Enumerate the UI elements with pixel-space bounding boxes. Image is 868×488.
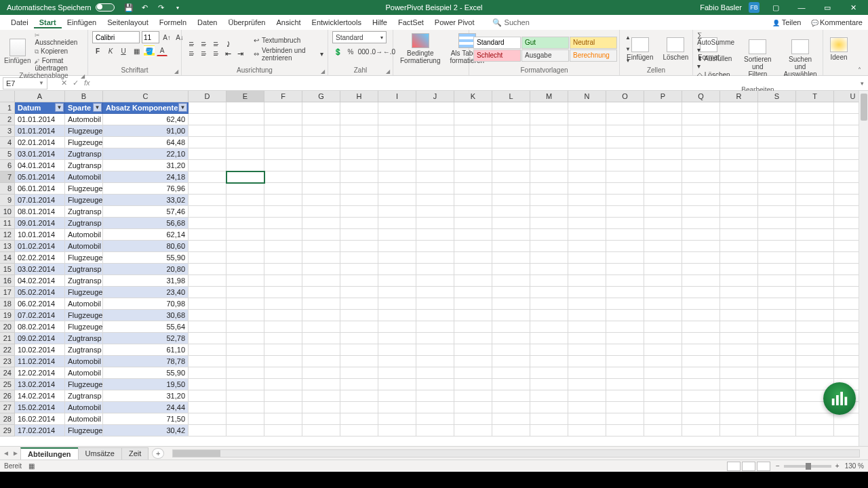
empty-cell[interactable]: [758, 310, 796, 321]
empty-cell[interactable]: [264, 390, 302, 402]
empty-cell[interactable]: [758, 275, 796, 287]
empty-cell[interactable]: [530, 344, 568, 356]
empty-cell[interactable]: [378, 206, 416, 218]
empty-cell[interactable]: [568, 287, 606, 298]
empty-cell[interactable]: [454, 148, 492, 160]
empty-cell[interactable]: [606, 298, 644, 310]
row-header[interactable]: 11: [0, 218, 15, 229]
empty-cell[interactable]: [492, 379, 530, 390]
empty-cell[interactable]: [758, 379, 796, 390]
empty-cell[interactable]: [682, 390, 720, 402]
empty-cell[interactable]: [302, 413, 340, 425]
empty-cell[interactable]: [682, 125, 720, 137]
column-header[interactable]: Q: [682, 91, 720, 102]
empty-cell[interactable]: [189, 310, 226, 321]
empty-cell[interactable]: [416, 218, 454, 229]
empty-cell[interactable]: [530, 310, 568, 321]
empty-cell[interactable]: [796, 206, 834, 218]
empty-cell[interactable]: [644, 333, 682, 344]
table-cell[interactable]: Automobil: [65, 402, 103, 413]
empty-cell[interactable]: [492, 114, 530, 125]
table-cell[interactable]: 15.02.2014: [15, 402, 65, 413]
table-cell[interactable]: Zugtransp: [65, 344, 103, 356]
empty-cell[interactable]: [720, 356, 758, 367]
empty-cell[interactable]: [302, 367, 340, 379]
table-cell[interactable]: Zugtransp: [65, 148, 103, 160]
empty-cell[interactable]: [454, 171, 492, 183]
align-top-icon[interactable]: [186, 39, 197, 49]
empty-cell[interactable]: [264, 160, 302, 171]
table-cell[interactable]: 10.01.2014: [15, 229, 65, 241]
empty-cell[interactable]: [302, 148, 340, 160]
empty-cell[interactable]: [796, 148, 834, 160]
sheet-tab-zeit[interactable]: Zeit: [121, 447, 149, 460]
empty-cell[interactable]: [682, 287, 720, 298]
empty-cell[interactable]: [416, 413, 454, 425]
empty-cell[interactable]: [530, 367, 568, 379]
empty-cell[interactable]: [416, 379, 454, 390]
empty-cell[interactable]: [340, 275, 378, 287]
empty-cell[interactable]: [454, 183, 492, 195]
empty-cell[interactable]: [720, 310, 758, 321]
empty-cell[interactable]: [492, 264, 530, 275]
macro-record-icon[interactable]: ▦: [28, 462, 35, 470]
empty-cell[interactable]: [340, 287, 378, 298]
autosum-button[interactable]: ∑ AutoSumme ▾: [697, 31, 734, 54]
empty-cell[interactable]: [454, 206, 492, 218]
empty-cell[interactable]: [302, 390, 340, 402]
empty-cell[interactable]: [720, 218, 758, 229]
table-cell[interactable]: Flugzeuge: [65, 379, 103, 390]
empty-cell[interactable]: [530, 321, 568, 333]
paste-button[interactable]: Einfügen: [4, 39, 31, 64]
empty-cell[interactable]: [682, 367, 720, 379]
filter-dropdown-icon[interactable]: ▼: [178, 103, 187, 112]
enter-formula-icon[interactable]: ✓: [73, 79, 79, 87]
empty-cell[interactable]: [454, 390, 492, 402]
table-cell[interactable]: Flugzeuge: [65, 183, 103, 195]
empty-cell[interactable]: [378, 218, 416, 229]
empty-cell[interactable]: [796, 425, 834, 436]
table-cell[interactable]: 03.02.2014: [15, 264, 65, 275]
empty-cell[interactable]: [758, 195, 796, 206]
empty-cell[interactable]: [378, 425, 416, 436]
empty-cell[interactable]: [644, 102, 682, 114]
empty-cell[interactable]: [340, 264, 378, 275]
table-cell[interactable]: 31,20: [103, 160, 189, 171]
empty-cell[interactable]: [340, 137, 378, 148]
empty-cell[interactable]: [340, 183, 378, 195]
empty-cell[interactable]: [682, 413, 720, 425]
table-cell[interactable]: Automobil: [65, 241, 103, 252]
empty-cell[interactable]: [340, 356, 378, 367]
empty-cell[interactable]: [568, 413, 606, 425]
zoom-level[interactable]: 130 %: [845, 462, 864, 470]
empty-cell[interactable]: [189, 241, 226, 252]
empty-cell[interactable]: [416, 367, 454, 379]
underline-icon[interactable]: U: [118, 45, 129, 56]
empty-cell[interactable]: [720, 183, 758, 195]
empty-cell[interactable]: [568, 252, 606, 264]
empty-cell[interactable]: [644, 402, 682, 413]
empty-cell[interactable]: [302, 310, 340, 321]
empty-cell[interactable]: [796, 321, 834, 333]
empty-cell[interactable]: [796, 413, 834, 425]
table-cell[interactable]: 17.02.2014: [15, 425, 65, 436]
empty-cell[interactable]: [492, 125, 530, 137]
table-cell[interactable]: 19,50: [103, 379, 189, 390]
empty-cell[interactable]: [606, 333, 644, 344]
italic-icon[interactable]: K: [105, 45, 116, 56]
empty-cell[interactable]: [568, 137, 606, 148]
empty-cell[interactable]: [758, 229, 796, 241]
empty-cell[interactable]: [378, 229, 416, 241]
row-header[interactable]: 24: [0, 367, 15, 379]
empty-cell[interactable]: [758, 356, 796, 367]
empty-cell[interactable]: [720, 367, 758, 379]
empty-cell[interactable]: [492, 137, 530, 148]
close-icon[interactable]: ✕: [844, 3, 863, 12]
empty-cell[interactable]: [796, 264, 834, 275]
empty-cell[interactable]: [720, 125, 758, 137]
table-cell[interactable]: 70,98: [103, 298, 189, 310]
empty-cell[interactable]: [758, 102, 796, 114]
table-cell[interactable]: 11.02.2014: [15, 356, 65, 367]
view-page-layout-icon[interactable]: [742, 462, 755, 471]
empty-cell[interactable]: [378, 241, 416, 252]
